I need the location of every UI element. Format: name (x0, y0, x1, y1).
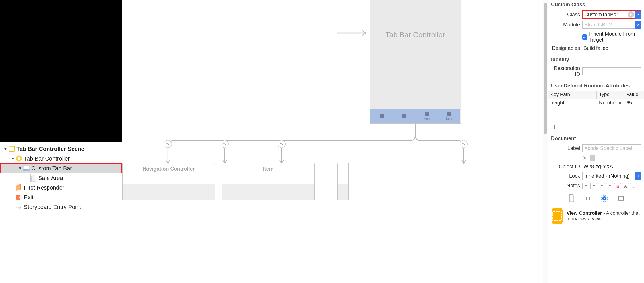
runtime-col-val: Value (624, 91, 644, 99)
svg-rect-27 (618, 196, 619, 200)
dest-item[interactable]: Item (222, 163, 315, 200)
designables-value: Build failed (582, 45, 608, 51)
section-header: Custom Class (548, 0, 644, 9)
inherit-module-row[interactable]: ✓ Inherit Module From Target (548, 30, 644, 44)
outline-tabbar-controller-row[interactable]: ▼ Tab Bar Controller (0, 154, 122, 163)
outline-custom-tabbar-row[interactable]: ▼ Custom Tab Bar (0, 163, 122, 173)
runtime-attrs-section: User Defined Runtime Attributes Key Path… (548, 81, 644, 134)
more-icon[interactable]: … (630, 183, 637, 189)
notes-label: Notes (548, 183, 580, 189)
segue-relationship-icon[interactable] (221, 140, 229, 148)
color-swatches-row: ✕ (548, 153, 644, 163)
tab-item[interactable]: Item (415, 109, 438, 123)
label-color-swatches: ✕ (582, 155, 595, 161)
document-outline: ▼ Tab Bar Controller Scene ▼ Tab Bar Con… (0, 142, 122, 214)
align-left-icon[interactable]: ≡ (582, 183, 589, 189)
runtime-type[interactable]: Number ▲▼ (597, 99, 624, 107)
restoration-field[interactable] (582, 67, 641, 75)
viewcontroller-large-icon (552, 208, 563, 224)
module-field[interactable]: StrandsBFM (582, 21, 641, 29)
custom-tabbar-label: Custom Tab Bar (31, 165, 72, 172)
canvas-vertical-scrollbar[interactable] (543, 0, 548, 283)
outline-entry-point-row[interactable]: ▼ Storyboard Entry Point (0, 202, 122, 212)
dest-header-label (337, 163, 349, 174)
first-responder-label: First Responder (24, 184, 64, 191)
outline-safe-area-row[interactable]: Safe Area (0, 173, 122, 183)
label-field[interactable]: Xcode Specific Label (582, 144, 641, 152)
tabbar-controller-label: Tab Bar Controller (24, 155, 70, 162)
segue-lines (122, 122, 548, 168)
class-label: Class (548, 12, 580, 18)
segue-relationship-icon[interactable] (278, 140, 286, 148)
outline-first-responder-row[interactable]: ▼ First Responder (0, 183, 122, 192)
tab-item[interactable] (393, 109, 415, 123)
svg-rect-25 (603, 197, 605, 199)
media-library-icon[interactable] (618, 195, 624, 202)
align-right-icon[interactable]: ≡ (598, 183, 605, 189)
first-responder-icon (16, 184, 22, 191)
svg-rect-4 (18, 157, 20, 160)
text-color-icon[interactable]: A (622, 183, 629, 189)
class-jump-icon[interactable] (628, 11, 634, 18)
lock-field[interactable]: Inherited - (Nothing) (582, 172, 641, 180)
exit-label: Exit (24, 194, 33, 201)
dest-navigation-controller[interactable]: Navigation Controller (122, 163, 215, 200)
custom-class-section: Custom Class Class CustomTabBar Module S… (548, 0, 644, 55)
dropdown-chevron-icon[interactable] (635, 11, 641, 19)
align-justify-icon[interactable]: ≡ (606, 183, 613, 189)
svg-rect-13 (16, 185, 20, 191)
code-snippet-icon[interactable] (585, 195, 591, 202)
library-item-title: View Controller (567, 210, 602, 216)
file-template-icon[interactable] (568, 195, 575, 202)
class-value: CustomTabBar (584, 12, 618, 18)
runtime-table-row[interactable]: height Number ▲▼ 65 (548, 99, 644, 107)
tabbar-controller-scene[interactable]: Tab Bar Controller Item Item (370, 0, 461, 124)
remove-button[interactable]: － (561, 122, 568, 131)
entry-point-icon (16, 204, 22, 210)
svg-point-9 (28, 169, 28, 170)
designables-label: Designables (548, 45, 580, 51)
tab-item[interactable]: Item (438, 109, 460, 123)
segue-relationship-icon[interactable] (460, 140, 468, 148)
outline-exit-row[interactable]: ▼ Exit (0, 192, 122, 202)
tabbar-strip[interactable]: Item Item (370, 109, 460, 123)
dropdown-chevron-icon[interactable] (635, 172, 641, 180)
align-center-icon[interactable]: ≡ (590, 183, 597, 189)
runtime-col-type: Type (597, 91, 624, 99)
chevron-down-icon[interactable]: ▼ (18, 166, 23, 171)
document-section: Document Label Xcode Specific Label ✕ Ob… (548, 134, 644, 193)
module-placeholder: StrandsBFM (584, 22, 613, 28)
outline-scene-row[interactable]: ▼ Tab Bar Controller Scene (0, 144, 122, 154)
runtime-table-header: Key Path Type Value (548, 91, 644, 99)
segue-relationship-icon[interactable] (164, 140, 172, 148)
runtime-add-remove: ＋ － (548, 120, 644, 134)
module-row: Module StrandsBFM (548, 20, 644, 30)
checkbox-checked-icon[interactable]: ✓ (582, 34, 587, 40)
clear-swatch-icon[interactable]: ✕ (582, 155, 587, 161)
chevron-down-icon[interactable]: ▼ (10, 156, 15, 161)
dest-body (337, 174, 349, 200)
svg-point-7 (24, 169, 25, 170)
object-library-icon[interactable] (601, 195, 608, 202)
color-swatch[interactable] (594, 155, 595, 161)
lock-value: Inherited - (Nothing) (584, 173, 630, 179)
scrollbar-thumb[interactable] (544, 3, 547, 134)
preview-pane (0, 0, 122, 142)
type-stepper-icon[interactable]: ▲▼ (618, 101, 622, 105)
dest-header-label: Navigation Controller (122, 163, 215, 174)
library-viewcontroller-item[interactable]: View Controller - A controller that mana… (548, 204, 644, 228)
module-label: Module (548, 22, 580, 28)
svg-rect-1 (9, 147, 14, 151)
class-field[interactable]: CustomTabBar (582, 11, 641, 19)
dropdown-chevron-icon[interactable] (635, 21, 641, 29)
storyboard-canvas[interactable]: Tab Bar Controller Item Item Navigation … (122, 0, 548, 283)
tab-item[interactable] (370, 109, 393, 123)
add-button[interactable]: ＋ (551, 122, 558, 131)
runtime-val: 65 (624, 99, 644, 107)
chevron-down-icon[interactable]: ▼ (3, 147, 8, 151)
svg-point-24 (602, 196, 606, 200)
designables-row: Designables Build failed (548, 44, 644, 52)
dest-partial[interactable] (337, 163, 349, 200)
restoration-row: Restoration ID (548, 64, 644, 79)
remove-format-icon[interactable]: ⧄ (614, 183, 621, 189)
